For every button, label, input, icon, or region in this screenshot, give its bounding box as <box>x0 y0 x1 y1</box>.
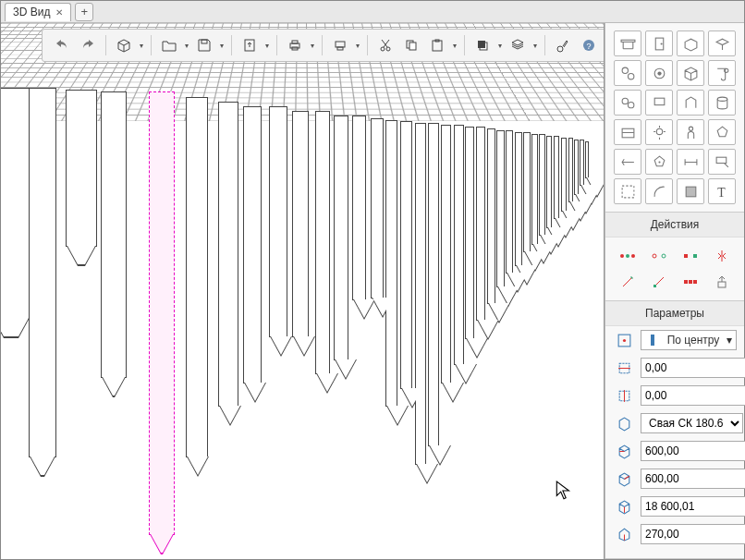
dropdown-icon[interactable]: ▾ <box>218 42 226 50</box>
pile[interactable] <box>487 128 495 304</box>
pile[interactable] <box>539 134 545 236</box>
close-icon[interactable]: ✕ <box>55 7 63 18</box>
pile[interactable] <box>315 111 330 374</box>
pile[interactable] <box>568 138 573 202</box>
dropdown-icon[interactable]: ▾ <box>138 42 145 50</box>
pile[interactable] <box>441 125 451 383</box>
dropdown-icon[interactable]: ▾ <box>531 42 539 50</box>
pile[interactable] <box>546 136 552 228</box>
pile[interactable] <box>243 106 262 383</box>
pile[interactable] <box>334 116 348 360</box>
plot-button[interactable] <box>328 33 352 57</box>
tool-fill[interactable] <box>677 178 704 204</box>
action-snap-midpoint[interactable] <box>645 245 673 267</box>
pile[interactable] <box>101 91 127 378</box>
tool-text[interactable]: T <box>708 178 736 204</box>
dropdown-icon[interactable]: ▾ <box>183 42 190 50</box>
offset-x-input[interactable] <box>641 358 745 378</box>
pile[interactable] <box>465 127 474 339</box>
tool-extrude[interactable] <box>677 30 704 56</box>
tool-dim[interactable] <box>677 149 704 175</box>
dropdown-icon[interactable]: ▾ <box>603 42 605 50</box>
action-rotate[interactable] <box>614 271 641 293</box>
dropdown-icon[interactable]: ▾ <box>263 42 271 50</box>
cut-button[interactable] <box>373 33 397 57</box>
pile[interactable] <box>523 132 531 252</box>
tool-level[interactable] <box>614 149 641 175</box>
action-snap-endpoint[interactable] <box>614 245 641 267</box>
tab-3d-view[interactable]: 3D Вид ✕ <box>5 3 71 21</box>
tool-morph[interactable] <box>708 119 736 145</box>
tool-light[interactable] <box>645 119 673 145</box>
tool-room[interactable] <box>614 119 641 145</box>
redo-button[interactable] <box>76 33 100 57</box>
height-input[interactable] <box>641 524 745 544</box>
alignment-select[interactable]: По центру ▾ <box>641 330 737 350</box>
layers-button[interactable] <box>506 33 530 57</box>
tool-person[interactable] <box>677 119 704 145</box>
paste-button[interactable] <box>425 33 449 57</box>
depth-input[interactable] <box>641 469 745 489</box>
publish-button[interactable] <box>238 33 262 57</box>
copy-button[interactable] <box>399 33 423 57</box>
pile[interactable] <box>574 140 579 195</box>
pile[interactable] <box>186 97 208 457</box>
pile[interactable] <box>66 90 97 247</box>
tool-profile[interactable] <box>677 90 704 116</box>
tool-label[interactable] <box>708 149 736 175</box>
tool-cube[interactable] <box>677 60 704 86</box>
undo-button[interactable] <box>50 33 74 57</box>
pile[interactable] <box>415 123 426 465</box>
width-input[interactable] <box>641 441 745 461</box>
pile[interactable] <box>476 127 485 321</box>
pile[interactable] <box>371 118 384 298</box>
move-front-button[interactable] <box>470 33 495 57</box>
pile[interactable] <box>554 136 559 219</box>
dropdown-icon[interactable]: ▾ <box>309 42 316 50</box>
pile[interactable] <box>400 121 412 389</box>
pile[interactable] <box>561 138 567 212</box>
action-mirror[interactable] <box>708 245 736 267</box>
open-button[interactable] <box>157 33 181 57</box>
length-input[interactable] <box>641 496 745 517</box>
pile[interactable] <box>454 125 464 365</box>
pile[interactable] <box>218 102 238 407</box>
pile[interactable] <box>531 134 538 245</box>
pile[interactable] <box>292 111 309 337</box>
tool-target[interactable] <box>645 60 673 86</box>
profile-select[interactable]: Свая СК 180.6 <box>641 413 743 433</box>
action-elevate[interactable] <box>708 271 736 293</box>
pile[interactable] <box>496 130 505 287</box>
tool-poly[interactable] <box>645 149 673 175</box>
tool-rect[interactable] <box>645 90 673 116</box>
pile[interactable] <box>580 140 584 186</box>
dropdown-icon[interactable]: ▾ <box>451 42 458 50</box>
dropdown-icon[interactable]: ▾ <box>354 42 361 50</box>
viewport[interactable]: ▾ ▾ ▾ ▾ ▾ ▾ ▾ <box>1 23 605 559</box>
pile[interactable] <box>385 120 397 407</box>
pile-selected[interactable] <box>149 91 175 535</box>
pile[interactable] <box>585 141 589 178</box>
pile[interactable] <box>515 132 522 266</box>
pile[interactable] <box>269 106 287 337</box>
offset-y-input[interactable] <box>641 385 745 406</box>
tool-arc[interactable] <box>645 178 673 204</box>
help-button[interactable]: ? <box>577 33 601 57</box>
tool-marquee[interactable] <box>614 178 641 204</box>
settings-button[interactable] <box>551 33 575 57</box>
tool-detail[interactable] <box>708 30 736 56</box>
pile[interactable] <box>506 130 513 274</box>
pile[interactable] <box>428 123 439 446</box>
new-button[interactable] <box>112 33 136 57</box>
action-scale[interactable] <box>645 271 673 293</box>
tool-link[interactable] <box>614 60 641 86</box>
tool-table[interactable] <box>614 30 641 56</box>
tool-cylinder[interactable] <box>708 90 736 116</box>
new-tab-button[interactable]: + <box>75 3 93 21</box>
tool-spheres[interactable] <box>614 90 641 116</box>
pile[interactable] <box>29 88 56 457</box>
action-snap-distance[interactable] <box>677 245 704 267</box>
pile[interactable] <box>1 88 31 319</box>
tool-door[interactable] <box>645 30 673 56</box>
tool-roll[interactable] <box>708 60 736 86</box>
